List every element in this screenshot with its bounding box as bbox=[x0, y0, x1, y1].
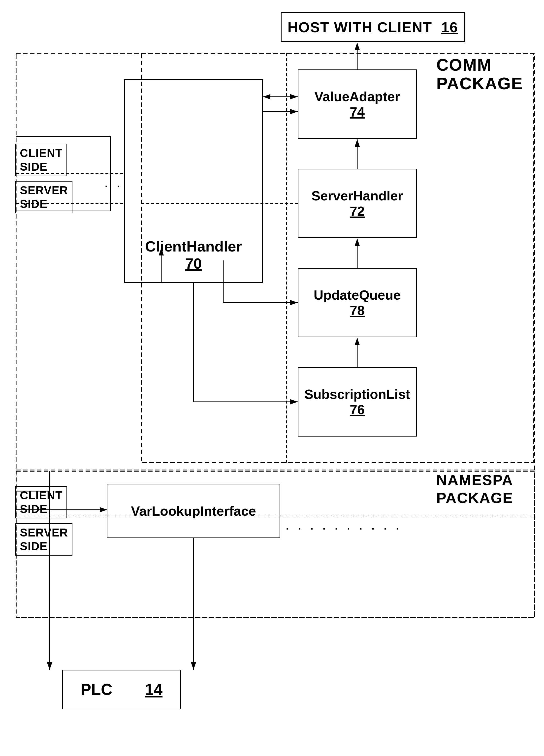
server-handler-label: ServerHandler bbox=[311, 188, 403, 203]
server-side-box-bottom: SERVERSIDE bbox=[15, 523, 72, 556]
namespa-package-label: NAMESPAPACKAGE bbox=[436, 471, 513, 507]
client-side-box-top: CLIENTSIDE bbox=[15, 144, 67, 176]
value-adapter-number: 74 bbox=[350, 104, 365, 120]
client-handler-box: ClientHandler 70 bbox=[124, 79, 263, 283]
value-adapter-label: ValueAdapter bbox=[314, 89, 400, 104]
update-queue-label: UpdateQueue bbox=[314, 287, 401, 303]
plc-number: 14 bbox=[145, 680, 162, 699]
diagram-container: HOST WITH CLIENT 16 COMMPACKAGE NAMESPAP… bbox=[0, 0, 544, 756]
server-side-label-bottom: SERVERSIDE bbox=[15, 523, 72, 556]
client-handler-label: ClientHandler bbox=[145, 238, 242, 255]
var-lookup-label: VarLookupInterface bbox=[131, 503, 256, 519]
host-label: HOST WITH CLIENT 16 bbox=[288, 19, 458, 35]
subscription-list-number: 76 bbox=[350, 402, 365, 417]
server-side-box-top: SERVERSIDE bbox=[15, 181, 72, 213]
client-side-box-bottom: CLIENTSIDE bbox=[15, 486, 67, 518]
plc-number-spacing bbox=[120, 680, 137, 699]
plc-label: PLC bbox=[81, 680, 112, 699]
server-side-label-top: SERVERSIDE bbox=[15, 181, 72, 213]
client-handler-number: 70 bbox=[185, 255, 202, 272]
var-lookup-box: VarLookupInterface bbox=[107, 484, 280, 538]
update-queue-number: 78 bbox=[350, 303, 365, 318]
value-adapter-box: ValueAdapter 74 bbox=[298, 69, 417, 139]
client-side-label-bottom: CLIENTSIDE bbox=[15, 486, 67, 518]
subscription-list-box: SubscriptionList 76 bbox=[298, 367, 417, 437]
dots-bottom: . . . . . . . . . . bbox=[285, 516, 402, 533]
subscription-list-label: SubscriptionList bbox=[304, 386, 410, 402]
update-queue-box: UpdateQueue 78 bbox=[298, 268, 417, 337]
host-box: HOST WITH CLIENT 16 bbox=[281, 12, 465, 42]
client-side-label-top: CLIENTSIDE bbox=[15, 144, 67, 176]
plc-box: PLC 14 bbox=[62, 670, 181, 709]
server-handler-box: ServerHandler 72 bbox=[298, 169, 417, 238]
server-handler-number: 72 bbox=[350, 203, 365, 219]
comm-package-label: COMMPACKAGE bbox=[436, 56, 523, 93]
arrows-svg bbox=[0, 0, 544, 756]
